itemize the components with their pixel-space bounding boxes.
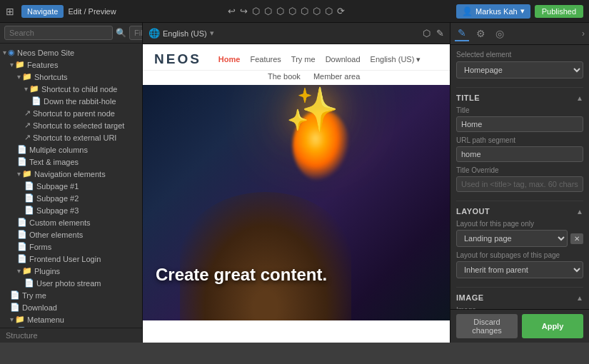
language-selector[interactable]: 🌐 English (US) ▾: [148, 28, 214, 39]
tree-item-label: Forms: [29, 243, 51, 251]
tree-item-label: Other elements: [29, 231, 83, 239]
title-section: Title ▲ Title URL path segment Title Ove…: [456, 93, 583, 192]
tab-edit-icon[interactable]: ✎: [455, 26, 469, 41]
right-panel-footer: Discard changes Apply: [450, 309, 589, 343]
tree-item-user-photo[interactable]: 📄 User photo stream: [0, 277, 142, 289]
panel-collapse-icon[interactable]: ›: [582, 29, 585, 39]
toolbar-icon-5[interactable]: ⬡: [301, 6, 308, 16]
webpage: NEOS Home Features Try me Download Engli…: [143, 44, 450, 343]
hero-text: Create great content.: [156, 265, 327, 285]
tree-item-shortcut-parent[interactable]: ↗ Shortcut to parent node: [0, 107, 142, 119]
content-ext-icons: ⬡ ✎: [423, 28, 444, 39]
tree-item-shortcut-target[interactable]: ↗ Shortcut to selected target: [0, 119, 142, 131]
undo-icon[interactable]: ↩: [228, 6, 236, 16]
tree-item-label: Shortcut to external URI: [33, 133, 116, 142]
title-section-collapse[interactable]: ▲: [576, 94, 583, 102]
title-input[interactable]: [456, 116, 583, 132]
external-link-icon[interactable]: ⬡: [423, 28, 431, 39]
tree-item-shortcut-uri[interactable]: ↗ Shortcut to external URI: [0, 131, 142, 143]
layout-section-collapse[interactable]: ▲: [576, 208, 583, 216]
tree-item-down-rabbit[interactable]: 📄 Down the rabbit-hole: [0, 95, 142, 107]
redo-icon[interactable]: ↪: [240, 6, 248, 16]
title-section-header: Title ▲: [456, 93, 583, 102]
tree-item-shortcut-child[interactable]: ▾ 📁 Shortcut to child node: [0, 83, 142, 95]
layout-page-label: Layout for this page only: [456, 220, 583, 228]
tree-item-text-images[interactable]: 📄 Text & images: [0, 156, 142, 168]
nav-link-book[interactable]: The book: [268, 72, 301, 81]
image-section-collapse[interactable]: ▲: [576, 294, 583, 302]
nav-link-features[interactable]: Features: [250, 55, 281, 64]
navigate-button[interactable]: Navigate: [21, 5, 64, 18]
nav-link-download[interactable]: Download: [326, 55, 361, 64]
right-panel-tabs: ✎ ⚙ ◎ ›: [450, 23, 589, 45]
grid-icon[interactable]: ⊞: [6, 6, 14, 17]
nav-link-lang[interactable]: English (US) ▾: [371, 55, 421, 64]
toolbar-icon-1[interactable]: ⬡: [252, 6, 260, 16]
tree-item-metamenu[interactable]: ▾ 📁 Metamenu: [0, 313, 142, 325]
title-field-label: Title: [456, 106, 583, 114]
toolbar-icon-6[interactable]: ⬡: [313, 6, 321, 16]
toolbar-icon-3[interactable]: ⬡: [276, 6, 284, 16]
layout-page-clear-button[interactable]: ✕: [570, 233, 583, 244]
tree-item-navigation-elements[interactable]: ▾ 📁 Navigation elements: [0, 168, 142, 180]
divider-3: [456, 287, 583, 288]
edit-icon[interactable]: ✎: [436, 28, 444, 39]
tree-item-subpage2[interactable]: 📄 Subpage #2: [0, 192, 142, 204]
tree-arrow: ▾: [10, 61, 14, 69]
user-menu-button[interactable]: 👤 Markus Kah ▾: [456, 4, 530, 19]
tree-item-label: Metamenu: [27, 315, 64, 324]
tree-item-multiple-columns[interactable]: 📄 Multiple columns: [0, 143, 142, 156]
toolbar-icon-2[interactable]: ⬡: [264, 6, 272, 16]
nav-link-home[interactable]: Home: [218, 55, 241, 64]
published-button[interactable]: Published: [535, 5, 583, 18]
tree-item-frontend-login[interactable]: 📄 Frontend User Login: [0, 253, 142, 265]
layout-subpages-select[interactable]: Inherit from parent: [456, 261, 583, 278]
tree-item-custom-elements[interactable]: 📄 Custom elements: [0, 216, 142, 228]
tree-item-label: Neos Demo Site: [17, 49, 74, 57]
selected-element-select[interactable]: Homepage: [456, 61, 583, 79]
site-icon: ◉: [8, 48, 15, 57]
layout-page-select[interactable]: Landing page: [456, 230, 568, 247]
tab-circle-icon[interactable]: ◎: [493, 26, 507, 41]
sidebar-footer: Structure: [0, 328, 142, 343]
tree-item-other-elements[interactable]: 📄 Other elements: [0, 228, 142, 241]
nav-link-member[interactable]: Member area: [313, 72, 360, 81]
toolbar-refresh-icon[interactable]: ⟳: [337, 6, 345, 16]
language-label: English (US): [163, 29, 207, 38]
page-icon: ↗: [24, 121, 31, 130]
sidebar-search-row: 🔍 ⋮: [0, 23, 142, 44]
tree-item-label: Features: [27, 61, 58, 69]
tree-item-label: Custom elements: [29, 218, 91, 227]
globe-icon: 🌐: [148, 28, 160, 39]
tab-gear-icon[interactable]: ⚙: [473, 26, 488, 41]
layout-section: Layout ▲ Layout for this page only Landi…: [456, 207, 583, 278]
tree-item-neos-demo-site[interactable]: ▾ ◉ Neos Demo Site: [0, 46, 142, 59]
page-icon: 📄: [17, 218, 27, 227]
right-panel: ✎ ⚙ ◎ › Selected element Homepage Title …: [450, 23, 589, 343]
filter-input[interactable]: [129, 26, 143, 40]
toolbar-icon-7[interactable]: ⬡: [325, 6, 333, 16]
folder-icon: 📁: [15, 60, 25, 69]
title-override-input[interactable]: [456, 176, 583, 192]
sidebar-footer-label: Structure: [6, 331, 38, 340]
nav-link-tryme[interactable]: Try me: [291, 55, 316, 64]
tree-item-features[interactable]: ▾ 📁 Features: [0, 59, 142, 71]
image-section: Image ▲ Image: [456, 293, 583, 309]
page-icon: ↗: [24, 108, 31, 118]
webpage-logo: NEOS: [154, 51, 201, 67]
tree-item-plugins[interactable]: ▾ 📁 Plugins: [0, 265, 142, 277]
tree-item-subpage3[interactable]: 📄 Subpage #3: [0, 204, 142, 216]
tree-item-forms[interactable]: 📄 Forms: [0, 241, 142, 253]
page-icon: 📄: [24, 181, 34, 191]
tree-item-shortcuts[interactable]: ▾ 📁 Shortcuts: [0, 71, 142, 83]
tree-item-subpage1[interactable]: 📄 Subpage #1: [0, 180, 142, 192]
url-input[interactable]: [456, 146, 583, 162]
search-input[interactable]: [4, 26, 113, 40]
tree-item-try-me[interactable]: 📄 Try me: [0, 289, 142, 301]
center-content: 🌐 English (US) ▾ ⬡ ✎ NEOS Home Features …: [143, 23, 450, 343]
discard-changes-button[interactable]: Discard changes: [456, 314, 518, 338]
apply-button[interactable]: Apply: [522, 314, 583, 338]
page-icon: 📄: [10, 290, 20, 300]
tree-item-download[interactable]: 📄 Download: [0, 301, 142, 313]
toolbar-icon-4[interactable]: ⬡: [288, 6, 296, 16]
